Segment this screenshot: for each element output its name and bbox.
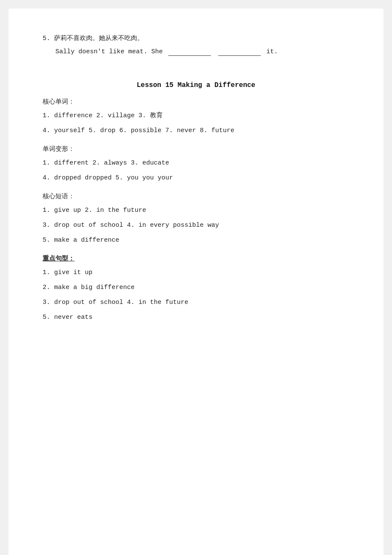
key-sentences-group: 重点句型： 1. give it up 2. make a big differ… [43,254,349,323]
core-words-group: 核心单词： 1. difference 2. village 3. 教育 4. … [43,98,349,136]
core-words-label: 核心单词： [43,98,349,106]
word-forms-line2: 4. dropped dropped 5. you you your [43,172,349,184]
key-sentence-1: 1. give it up [43,267,349,278]
core-phrases-group: 核心短语： 1. give up 2. in the future 3. dro… [43,192,349,246]
page: 5. 萨莉不喜欢肉。她从来不吃肉。 Sally doesn't like mea… [9,9,383,555]
word-forms-line1: 1. different 2. always 3. educate [43,157,349,169]
question-5-chinese: 5. 萨莉不喜欢肉。她从来不吃肉。 [43,34,349,42]
word-forms-label: 单词变形： [43,145,349,153]
core-phrases-line3: 5. make a difference [43,234,349,246]
key-sentence-3: 3. drop out of school 4. in the future [43,297,349,308]
core-phrases-line1: 1. give up 2. in the future [43,205,349,216]
top-section: 5. 萨莉不喜欢肉。她从来不吃肉。 Sally doesn't like mea… [43,34,349,56]
core-phrases-line2: 3. drop out of school 4. in every possib… [43,220,349,231]
key-sentences-label: 重点句型： [43,254,349,263]
word-forms-group: 单词变形： 1. different 2. always 3. educate … [43,145,349,184]
question-5-english: Sally doesn't like meat. She it. [43,48,349,56]
lesson-title: Lesson 15 Making a Difference [43,81,349,89]
key-sentence-4: 5. never eats [43,312,349,323]
core-phrases-label: 核心短语： [43,192,349,200]
lesson-section: Lesson 15 Making a Difference 核心单词： 1. d… [43,81,349,323]
blank-1 [168,48,211,56]
key-sentence-2: 2. make a big difference [43,282,349,293]
blank-2 [218,48,261,56]
core-words-line2: 4. yourself 5. drop 6. possible 7. never… [43,125,349,136]
core-words-line1: 1. difference 2. village 3. 教育 [43,110,349,121]
